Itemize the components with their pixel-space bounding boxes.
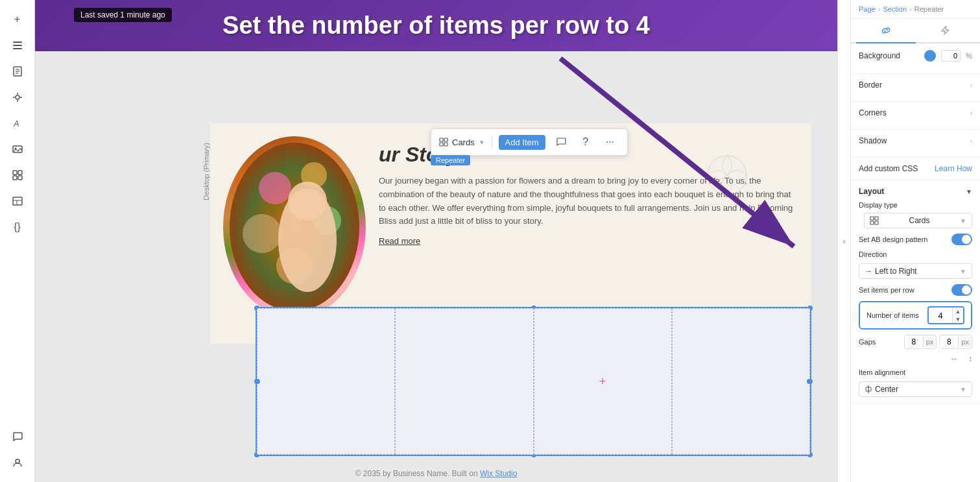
alignment-icon: [865, 385, 872, 393]
item-alignment-row: Item alignment: [859, 368, 972, 376]
items-per-row-row: Set items per row: [859, 284, 972, 296]
number-of-items-input[interactable]: [929, 308, 952, 323]
footer-link[interactable]: Wix Studio: [480, 469, 517, 478]
background-percent: %: [966, 52, 972, 60]
elements-icon[interactable]: [6, 86, 29, 109]
background-section: Background %: [851, 43, 980, 74]
story-section: ur Story Our journey began with a passio…: [223, 136, 798, 318]
help-button[interactable]: ?: [577, 133, 595, 151]
svg-text:A: A: [13, 119, 19, 128]
border-row: Border ›: [859, 80, 972, 90]
tab-lightning[interactable]: [916, 19, 975, 43]
direction-value-wrapper: → Left to Right: [865, 267, 917, 276]
save-indicator: Last saved 1 minute ago: [74, 8, 172, 22]
gaps-inputs: px px: [904, 335, 972, 349]
repeater-cell-3: +: [534, 308, 672, 455]
table-icon[interactable]: [6, 189, 29, 213]
direction-label: Direction: [859, 250, 887, 258]
svg-rect-32: [440, 138, 443, 141]
layout-title: Layout ▼: [859, 187, 972, 196]
ab-pattern-label: Set AB design pattern: [859, 235, 927, 243]
items-per-row-toggle[interactable]: [951, 284, 972, 296]
item-alignment-select[interactable]: Center ▼: [859, 381, 972, 397]
layers-icon[interactable]: [6, 34, 29, 57]
cards-grid-icon: [870, 216, 879, 225]
direction-chevron: ▼: [960, 268, 966, 275]
spinner-up[interactable]: ▲: [953, 307, 963, 315]
direction-value: Left to Right: [875, 267, 917, 276]
media-icon[interactable]: [6, 138, 29, 161]
chat-icon[interactable]: [6, 425, 29, 448]
tab-link[interactable]: [856, 19, 916, 43]
breadcrumb: Page › Section › Repeater: [851, 0, 980, 19]
cell-4-handle[interactable]: [807, 379, 812, 384]
gaps-icons: ↔ ↕: [859, 354, 972, 363]
gap-v-unit: px: [958, 336, 972, 348]
corners-section: Corners ›: [851, 102, 980, 130]
border-label: Border: [859, 80, 882, 90]
panel-tabs: [851, 19, 980, 43]
breadcrumb-section[interactable]: Section: [883, 5, 907, 13]
number-spinners: ▲ ▼: [952, 307, 963, 323]
gaps-label: Gaps: [859, 338, 876, 346]
shadow-arrow[interactable]: ›: [970, 138, 972, 145]
display-type-select[interactable]: Cards ▼: [864, 213, 972, 228]
breadcrumb-arrow-1: ›: [878, 5, 881, 13]
learn-how-link[interactable]: Learn How: [935, 164, 972, 173]
breadcrumb-page[interactable]: Page: [859, 5, 876, 13]
background-input-row: %: [924, 50, 972, 62]
shadow-section: Shadow ›: [851, 130, 980, 158]
repeater-label-badge[interactable]: Repeater: [431, 155, 470, 165]
gap-h-value[interactable]: [905, 335, 923, 348]
blocks-icon[interactable]: [6, 163, 29, 187]
number-of-items-input-group: ▲ ▼: [927, 306, 964, 324]
gaps-container: Gaps px px ↔ ↕: [859, 335, 972, 363]
pages-icon[interactable]: [6, 60, 29, 83]
gap-v-icon: ↕: [968, 354, 972, 363]
border-section: Border ›: [851, 74, 980, 102]
item-alignment-container: Item alignment Center ▼: [859, 368, 972, 397]
canvas-viewport: ur Story Our journey began with a passio…: [35, 58, 837, 482]
svg-point-7: [16, 95, 19, 99]
spinner-down[interactable]: ▼: [953, 315, 963, 323]
layout-collapse-arrow[interactable]: ▼: [966, 188, 972, 195]
toolbar-cards-label: Cards: [452, 138, 475, 147]
svg-point-22: [16, 459, 19, 463]
cell-1-handle[interactable]: [255, 379, 260, 384]
panel-toggle[interactable]: ›: [837, 0, 850, 482]
page-footer: © 2035 by Business Name. Built on Wix St…: [35, 469, 837, 478]
direction-select[interactable]: → Left to Right ▼: [859, 263, 972, 279]
item-alignment-value: Center: [875, 385, 898, 394]
svg-rect-38: [875, 217, 878, 220]
breadcrumb-arrow-2: ›: [909, 5, 912, 13]
direction-container: Direction → Left to Right ▼: [859, 250, 972, 279]
more-options-button[interactable]: ···: [601, 133, 619, 151]
repeater-cell-2: [395, 308, 533, 455]
corners-arrow[interactable]: ›: [970, 110, 972, 117]
main-canvas: Last saved 1 minute ago Set the number o…: [35, 0, 837, 482]
item-alignment-chevron: ▼: [960, 386, 966, 393]
comment-button[interactable]: [552, 133, 570, 151]
gaps-row-label: Gaps px px: [859, 335, 972, 349]
svg-rect-33: [444, 138, 448, 141]
svg-point-26: [243, 214, 281, 253]
add-icon[interactable]: +: [6, 8, 29, 31]
custom-css-label: Add custom CSS: [859, 164, 918, 173]
ab-pattern-toggle[interactable]: [951, 234, 972, 245]
toolbar-dropdown-arrow[interactable]: ▼: [479, 139, 485, 146]
border-arrow[interactable]: ›: [970, 82, 972, 89]
account-icon[interactable]: [6, 451, 29, 474]
read-more-link[interactable]: Read more: [379, 236, 420, 246]
background-value-input[interactable]: [941, 50, 961, 62]
svg-rect-39: [870, 221, 874, 224]
svg-rect-37: [870, 217, 874, 220]
gap-v-value[interactable]: [940, 335, 958, 348]
grid-icon: [439, 138, 448, 147]
svg-rect-17: [13, 176, 17, 180]
fonts-icon[interactable]: A: [6, 112, 29, 135]
color-swatch[interactable]: [924, 50, 936, 62]
shadow-row: Shadow ›: [859, 136, 972, 145]
add-item-button[interactable]: Add Item: [499, 135, 545, 150]
background-row: Background %: [859, 50, 972, 62]
code-icon[interactable]: {}: [6, 215, 29, 239]
